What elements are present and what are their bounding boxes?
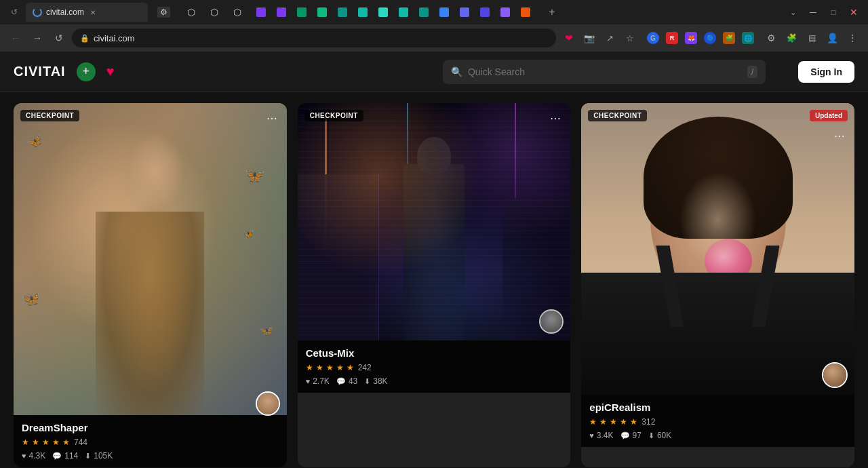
purple-icon <box>256 7 266 17</box>
portrait-bg <box>581 103 854 395</box>
card-3-menu-button[interactable]: ⋯ <box>831 128 848 144</box>
star-4: ★ <box>52 437 60 447</box>
favicon-tab-purple2[interactable] <box>274 3 293 22</box>
orange-icon <box>521 7 530 17</box>
favicon-tab-teal2[interactable] <box>355 3 374 22</box>
favicon-tab-orange[interactable] <box>518 3 537 22</box>
forward-button[interactable]: → <box>28 29 46 47</box>
star-2-2: ★ <box>316 363 323 372</box>
star-2-5: ★ <box>347 363 354 372</box>
close-button[interactable]: ✕ <box>845 3 863 21</box>
browser-chrome: ↺ civitai.com ✕ ⚙ ⬡ ⬡ ⬡ <box>0 0 868 52</box>
sign-in-button[interactable]: Sign In <box>798 61 854 83</box>
favicon-tab-blue3[interactable] <box>477 3 496 22</box>
star-3-5: ★ <box>630 417 637 427</box>
favicon-tab-teal[interactable] <box>335 3 354 22</box>
tab-reload-icon[interactable]: ↺ <box>5 3 23 21</box>
maximize-button[interactable]: □ <box>825 3 842 21</box>
card-3-stars: ★ ★ ★ ★ ★ 312 <box>589 417 846 427</box>
card-3-avatar <box>822 362 848 388</box>
card-dreamshaper[interactable]: 🦋 🦋 🦋 🦋 🦋 CHECKPOINT ⋯ DreamShaper ★ <box>14 103 287 467</box>
star-3-1: ★ <box>589 417 597 427</box>
share-icon[interactable]: ↗ <box>601 29 618 47</box>
browser-tab-loading[interactable]: civitai.com ✕ <box>26 3 148 22</box>
star-1: ★ <box>22 437 29 447</box>
card-3-rating-count: 312 <box>642 417 655 427</box>
search-bar[interactable]: 🔍 / <box>443 60 766 84</box>
tab-close-button[interactable]: ✕ <box>88 7 98 17</box>
card-epicrealism[interactable]: CHECKPOINT Updated ⋯ epiCRealism ★ ★ ★ ★… <box>581 103 854 467</box>
favicon-tab-teal4[interactable] <box>396 3 415 22</box>
minimize-button[interactable]: ─ <box>804 3 822 21</box>
plus-icon: + <box>82 64 90 79</box>
refresh-button[interactable]: ↺ <box>50 29 68 47</box>
github-tab-1[interactable]: ⬡ <box>180 3 202 22</box>
card-cetus-mix[interactable]: CHECKPOINT ⋯ Cetus-Mix ★ ★ ★ ★ ★ 242 ♥ 2… <box>298 103 571 467</box>
figure-body <box>96 212 204 415</box>
browser-toolbar: ← → ↺ 🔒 civitai.com ❤ 📷 ↗ ☆ G R 🦊 <box>0 24 868 52</box>
card-3-likes: ♥ 3.4K <box>589 431 613 440</box>
expand-tabs-button[interactable]: ⌄ <box>784 3 802 21</box>
search-input[interactable] <box>468 66 742 77</box>
favicon-tab-blue4[interactable] <box>498 3 517 22</box>
new-tab-button[interactable]: + <box>542 3 561 22</box>
ext-icon-4[interactable]: 🔵 <box>701 29 719 47</box>
skin-bg <box>581 103 854 395</box>
favicon-tab-purple[interactable] <box>254 3 273 22</box>
neon-1 <box>325 115 327 258</box>
sidebar-icon[interactable]: ▤ <box>803 29 821 47</box>
neon-3 <box>407 103 408 222</box>
star-3-4: ★ <box>620 417 627 427</box>
ext-icon-5[interactable]: 🧩 <box>720 29 738 47</box>
ext-icon-1[interactable]: G <box>644 29 662 47</box>
url-text: civitai.com <box>94 33 135 43</box>
github-icon-3: ⬡ <box>233 7 241 18</box>
favicon-tab-teal5[interactable] <box>416 3 435 22</box>
card-3-footer: epiCRealism ★ ★ ★ ★ ★ 312 ♥ 3.4K 💬 <box>581 395 854 447</box>
extensions-icon[interactable]: 🧩 <box>783 29 800 47</box>
ext-icon-6[interactable]: 🌐 <box>739 29 757 47</box>
building-2 <box>502 198 571 340</box>
favorites-button[interactable]: ♥ <box>106 64 115 79</box>
ext-icon-2[interactable]: R <box>663 29 681 47</box>
content-area: 🦋 🦋 🦋 🦋 🦋 CHECKPOINT ⋯ DreamShaper ★ <box>0 92 868 468</box>
card-1-downloads: ⬇ 105K <box>85 451 113 461</box>
github-icon-2: ⬡ <box>210 7 218 18</box>
favicon-tab-blue2[interactable] <box>457 3 476 22</box>
character <box>403 164 465 340</box>
star-2-4: ★ <box>336 363 344 372</box>
card-2-stars: ★ ★ ★ ★ ★ 242 <box>306 363 563 372</box>
github-tab-3[interactable]: ⬡ <box>226 3 248 22</box>
settings-icon[interactable]: ⚙ <box>762 29 780 47</box>
back-button[interactable]: ← <box>7 29 24 47</box>
add-content-button[interactable]: + <box>77 62 96 81</box>
card-3-stats: ♥ 3.4K 💬 97 ⬇ 60K <box>589 431 846 440</box>
card-3-comments: 💬 97 <box>620 431 642 440</box>
logo[interactable]: CIVITAI <box>14 64 66 79</box>
favicon-tab-green2[interactable] <box>315 3 334 22</box>
card-2-badge: CHECKPOINT <box>304 110 363 121</box>
hair <box>644 117 793 239</box>
favicon-tab-teal3[interactable] <box>376 3 395 22</box>
card-2-likes: ♥ 2.7K <box>306 376 330 386</box>
menu-icon[interactable]: ⋮ <box>844 29 861 47</box>
card-2-menu-button[interactable]: ⋯ <box>547 110 564 126</box>
char-head <box>417 137 451 174</box>
address-bar[interactable]: 🔒 civitai.com <box>72 28 556 47</box>
star-2: ★ <box>32 437 39 447</box>
profile-icon[interactable]: 👤 <box>823 29 841 47</box>
face <box>650 130 786 307</box>
card-1-comments: 💬 114 <box>52 451 78 461</box>
card-1-menu-button[interactable]: ⋯ <box>264 110 280 126</box>
card-dreamshaper-image: 🦋 🦋 🦋 🦋 🦋 <box>14 103 287 415</box>
blue-icon <box>439 7 449 17</box>
screenshot-icon[interactable]: 📷 <box>580 29 598 47</box>
browser-tab-2[interactable]: ⚙ <box>151 3 178 22</box>
favicon-tab-green[interactable] <box>294 3 313 22</box>
save-to-pocket-icon[interactable]: ❤ <box>560 29 578 47</box>
favicon-tab-blue[interactable] <box>437 3 456 22</box>
ext-icon-3[interactable]: 🦊 <box>682 29 700 47</box>
bookmark-icon[interactable]: ☆ <box>621 29 639 47</box>
github-tab-2[interactable]: ⬡ <box>203 3 225 22</box>
card-1-likes: ♥ 4.3K <box>22 451 45 461</box>
